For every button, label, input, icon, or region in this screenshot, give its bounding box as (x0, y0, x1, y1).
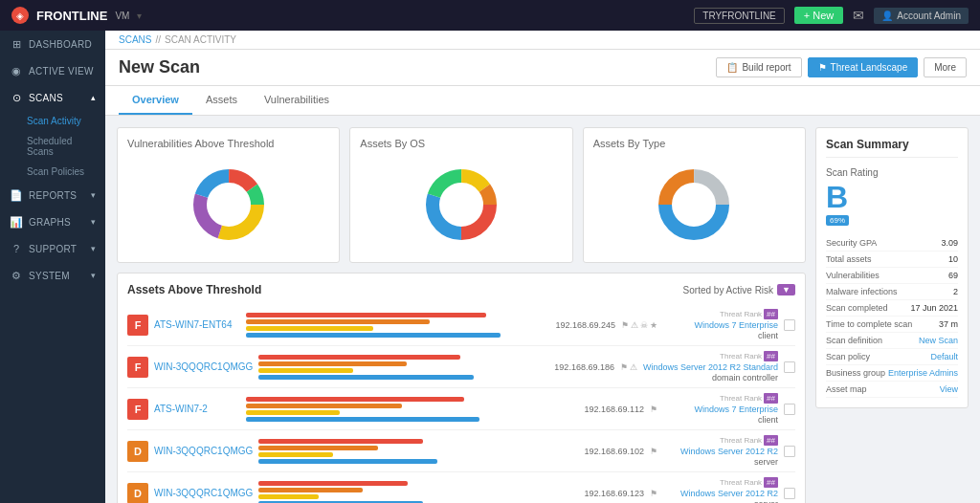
account-label: Account Admin (897, 11, 961, 21)
asset-name[interactable]: WIN-3QQQRC1QMGG (154, 446, 253, 456)
system-chevron-icon: ▾ (91, 271, 96, 280)
threat-rank: Threat Rank ## (720, 393, 778, 404)
account-button[interactable]: 👤 Account Admin (874, 8, 969, 24)
svg-point-11 (442, 186, 480, 224)
sidebar-item-scans[interactable]: ⊙ SCANS ▴ (0, 84, 105, 111)
sidebar-sub-scheduled-scans[interactable]: Scheduled Scans (0, 131, 105, 162)
stat-value: 17 Jun 2021 (910, 303, 958, 313)
content-main: Vulnerabilities Above Threshold (117, 127, 806, 503)
scans-chevron-icon: ▴ (91, 93, 96, 102)
asset-badge-d: D (127, 483, 148, 504)
asset-right: Threat Rank ## Windows Server 2012 R2 se… (663, 435, 778, 467)
svg-point-5 (210, 186, 248, 224)
threat-landscape-button[interactable]: ⚑ Threat Landscape (808, 57, 919, 77)
asset-name[interactable]: WIN-3QQQRC1QMGG (154, 361, 253, 372)
flag-icon: ⚑ (650, 405, 657, 414)
main-layout: ⊞ DASHBOARD ◉ ACTIVE VIEW ⊙ SCANS ▴ Scan… (0, 31, 980, 503)
scan-activity-label: Scan Activity (27, 116, 81, 126)
asset-icons: ⚑ (650, 489, 657, 498)
table-row: D WIN-3QQQRC1QMGG 192.168.69.102 ⚑ (127, 430, 795, 472)
stat-label: Total assets (826, 254, 872, 264)
tab-vulnerabilities[interactable]: Vulnerabilities (251, 86, 343, 115)
rank-badge: ## (764, 351, 778, 361)
sidebar-item-graphs[interactable]: 📊 GRAPHS ▾ (0, 208, 105, 235)
breadcrumb-scans[interactable]: SCANS (119, 34, 151, 45)
asset-icons: ⚑ ⚠ (620, 362, 637, 372)
table-row: F ATS-WIN7-ENT64 192.168.69.245 ⚑ ⚠ (127, 304, 795, 346)
asset-icons: ⚑ ⚠ ☠ ★ (621, 320, 657, 330)
page-header: New Scan 📋 Build report ⚑ Threat Landsca… (105, 50, 980, 86)
chart-vuln-title: Vulnerabilities Above Threshold (127, 138, 329, 149)
sidebar-item-support[interactable]: ? SUPPORT ▾ (0, 235, 105, 262)
breadcrumb-current: SCAN ACTIVITY (165, 34, 236, 45)
sidebar-label-dashboard: DASHBOARD (29, 39, 92, 50)
stat-link[interactable]: New Scan (919, 336, 958, 345)
account-icon: 👤 (881, 11, 893, 21)
donut-vuln-svg (186, 162, 272, 248)
bar-red (258, 439, 422, 444)
asset-bars (246, 397, 557, 422)
asset-name[interactable]: WIN-3QQQRC1QMGG (154, 488, 253, 498)
bar-orange (258, 446, 378, 450)
asset-icons: ⚑ (650, 405, 657, 414)
bar-orange (258, 361, 406, 366)
sidebar-label-scans: SCANS (29, 93, 63, 103)
graphs-chevron-icon: ▾ (91, 217, 96, 227)
asset-name[interactable]: ATS-WIN7-ENT64 (154, 319, 240, 330)
stat-link[interactable]: Enterprise Admins (888, 368, 958, 378)
stat-total-assets: Total assets 10 (826, 252, 958, 268)
select-checkbox[interactable] (784, 446, 795, 457)
flag-icon: ⚑ (650, 489, 657, 498)
sidebar-sub-scan-activity[interactable]: Scan Activity (0, 111, 105, 131)
asset-badge-d: D (127, 441, 148, 462)
build-report-icon: 📋 (726, 62, 738, 73)
asset-os: Windows 7 Enterprise (694, 405, 778, 414)
stat-value: 3.09 (941, 238, 958, 248)
table-row: F WIN-3QQQRC1QMGG 192.168.69.186 ⚑ ⚠ (127, 346, 795, 388)
asset-role: client (758, 415, 778, 425)
chart-assets-by-type: Assets By Type (583, 127, 806, 263)
sort-label-assets: Sorted by Active Risk ▼ (683, 284, 795, 295)
build-report-button[interactable]: 📋 Build report (716, 57, 801, 77)
select-checkbox[interactable] (784, 361, 795, 373)
stat-label: Scan definition (826, 336, 882, 345)
select-checkbox[interactable] (784, 404, 795, 415)
sidebar-item-system[interactable]: ⚙ SYSTEM ▾ (0, 262, 105, 289)
select-checkbox[interactable] (784, 488, 795, 499)
threat-rank: Threat Rank ## (720, 351, 778, 361)
asset-bars (246, 313, 528, 338)
asset-ip: 192.168.69.245 (534, 320, 615, 330)
asset-ip: 192.168.69.123 (563, 489, 644, 498)
try-frontline-button[interactable]: TRYFRONTLINE (694, 8, 785, 24)
rating-section: Scan Rating B 69% (826, 167, 958, 226)
reports-chevron-icon: ▾ (91, 190, 96, 200)
new-button[interactable]: + New (794, 7, 844, 24)
stat-link[interactable]: View (940, 384, 958, 394)
select-checkbox[interactable] (784, 319, 795, 331)
sidebar-item-active-view[interactable]: ◉ ACTIVE VIEW (0, 57, 105, 84)
tab-overview[interactable]: Overview (119, 86, 192, 115)
sidebar-item-dashboard[interactable]: ⊞ DASHBOARD (0, 31, 105, 57)
version-badge: VM (115, 11, 129, 21)
bar-blue (258, 459, 437, 464)
dropdown-chevron-icon[interactable]: ▾ (137, 11, 142, 21)
bar-blue (258, 375, 473, 380)
assets-table-title: Assets Above Threshold (127, 283, 261, 296)
email-icon[interactable]: ✉ (853, 8, 864, 23)
threat-landscape-icon: ⚑ (818, 62, 827, 73)
bar-yellow (258, 494, 318, 499)
sidebar-item-reports[interactable]: 📄 REPORTS ▾ (0, 182, 105, 208)
stat-link[interactable]: Default (930, 352, 958, 361)
stat-scan-policy: Scan policy Default (826, 349, 958, 365)
content-inner: Vulnerabilities Above Threshold (105, 116, 980, 503)
more-button[interactable]: More (924, 57, 967, 77)
asset-bars (258, 439, 557, 464)
rank-badge: ## (764, 393, 778, 404)
header-actions: 📋 Build report ⚑ Threat Landscape More (716, 57, 967, 77)
scan-summary-title: Scan Summary (826, 138, 958, 158)
tab-assets[interactable]: Assets (192, 86, 251, 115)
asset-role: client (758, 331, 778, 340)
sidebar-sub-scan-policies[interactable]: Scan Policies (0, 162, 105, 182)
rank-badge: ## (764, 435, 778, 446)
asset-name[interactable]: ATS-WIN7-2 (154, 404, 240, 414)
